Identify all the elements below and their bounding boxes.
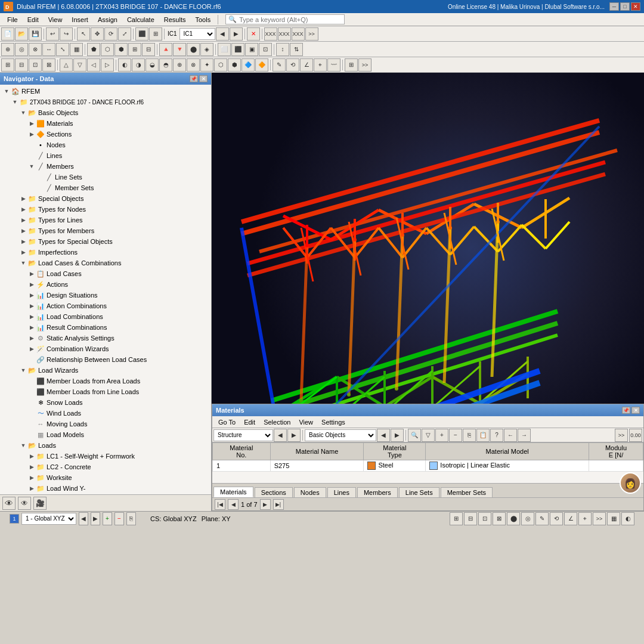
status-tb-5[interactable]: ⬤ [507, 512, 520, 525]
status-tb-12[interactable]: ◐ [621, 512, 634, 525]
page-first-button[interactable]: |◀ [215, 499, 225, 510]
worksite-item[interactable]: ▶ 📁 Worksite [0, 472, 211, 483]
tb3-btn-22[interactable]: ∠ [300, 58, 313, 72]
bottom-del-btn[interactable]: − [114, 512, 124, 525]
mat-arrow-left[interactable]: ← [504, 429, 517, 442]
mat-goto-menu[interactable]: Go To [215, 418, 239, 426]
tb2-btn-2[interactable]: ◎ [15, 43, 28, 56]
result-combinations-item[interactable]: ▶ 📊 Result Combinations [0, 322, 211, 333]
mat-more-button[interactable]: >> [615, 429, 628, 442]
status-tb-2[interactable]: ⊟ [464, 512, 477, 525]
basic-next-button[interactable]: ▶ [391, 429, 404, 442]
tb2-btn-17[interactable]: ⬛ [231, 43, 244, 56]
page-next-button[interactable]: ▶ [260, 499, 271, 510]
sections-item[interactable]: ▶ 🔶 Sections [0, 129, 211, 140]
structure-filter[interactable]: Structure [213, 429, 273, 441]
tb2-btn-12[interactable]: 🔺 [159, 43, 172, 56]
scale-button[interactable]: ⤢ [118, 27, 131, 41]
tb3-btn-1[interactable]: ⊞ [1, 58, 14, 72]
member-sets-item[interactable]: ╱ Member Sets [0, 182, 211, 193]
tb2-btn-5[interactable]: ⤡ [56, 43, 69, 56]
menu-results[interactable]: Results [159, 15, 191, 24]
maximize-button[interactable]: □ [620, 2, 630, 11]
tb3-btn-24[interactable]: 〰 [327, 58, 340, 72]
tab-members[interactable]: Members [357, 487, 398, 497]
types-nodes-folder[interactable]: ▶ 📁 Types for Nodes [0, 204, 211, 215]
tb3-btn-20[interactable]: ✎ [273, 58, 286, 72]
prev-lc-button[interactable]: ◀ [216, 27, 229, 41]
status-tb-1[interactable]: ⊞ [450, 512, 463, 525]
tab-lines[interactable]: Lines [327, 487, 356, 497]
mat-val-button[interactable]: 0.00 [629, 429, 642, 442]
lc1-item[interactable]: ▶ 📁 LC1 - Self-Weight + Formwork [0, 451, 211, 462]
tb3-btn-8[interactable]: ▷ [101, 58, 114, 72]
tab-materials[interactable]: Materials [213, 487, 253, 497]
status-tb-grid[interactable]: ▦ [607, 512, 620, 525]
bottom-indicator-button[interactable]: 1 [10, 514, 19, 524]
view-top-button[interactable]: ⊞ [149, 27, 162, 41]
table-row[interactable]: 1 S275 Steel Isotropic | Linear Elastic [213, 460, 643, 472]
tab-member-sets[interactable]: Member Sets [441, 487, 493, 497]
members-item[interactable]: ▼ ╱ Members [0, 161, 211, 172]
tb3-btn-25[interactable]: ⊞ [345, 58, 358, 72]
load-models-item[interactable]: ▦ Load Models [0, 429, 211, 440]
status-tb-9[interactable]: ∠ [564, 512, 577, 525]
nav-eye-alt-button[interactable]: 👁 [18, 497, 31, 510]
view-3d-button[interactable]: ⬛ [135, 27, 148, 41]
status-tb-4[interactable]: ⊠ [493, 512, 506, 525]
mat-selection-menu[interactable]: Selection [260, 418, 294, 426]
mat-edit-menu[interactable]: Edit [240, 418, 259, 426]
tb3-btn-18[interactable]: 🔷 [242, 58, 255, 72]
tab-line-sets[interactable]: Line Sets [399, 487, 439, 497]
menu-edit[interactable]: Edit [23, 15, 44, 24]
menu-assign[interactable]: Assign [93, 15, 122, 24]
filter-next-button[interactable]: ▶ [287, 429, 301, 442]
redo-button[interactable]: ↪ [60, 27, 73, 41]
move-button[interactable]: ✥ [91, 27, 104, 41]
mat-delete-button[interactable]: − [449, 429, 462, 442]
tb2-btn-6[interactable]: ▦ [70, 43, 83, 56]
tb3-btn-12[interactable]: ◓ [159, 58, 172, 72]
more-button[interactable]: >> [305, 27, 318, 41]
load-wizards-folder[interactable]: ▼ 📂 Load Wizards [0, 365, 211, 376]
tb2-btn-11[interactable]: ⊟ [142, 43, 155, 56]
new-button[interactable]: 📄 [1, 27, 14, 41]
save-button[interactable]: 💾 [29, 27, 42, 41]
tb2-btn-8[interactable]: ⬡ [101, 43, 114, 56]
filter-prev-button[interactable]: ◀ [274, 429, 287, 442]
snow-loads-item[interactable]: ❄ Snow Loads [0, 397, 211, 408]
loads-folder[interactable]: ▼ 📂 Loads [0, 440, 211, 451]
imperfections-folder[interactable]: ▶ 📁 Imperfections [0, 247, 211, 258]
tb3-btn-21[interactable]: ⟲ [286, 58, 299, 72]
mat-add-button[interactable]: + [435, 429, 448, 442]
bottom-add-btn[interactable]: + [103, 512, 112, 525]
combination-wizards-item[interactable]: ▶ 🪄 Combination Wizards [0, 343, 211, 354]
mat-view-menu[interactable]: View [295, 418, 317, 426]
nav-pin-button[interactable]: 📌 [190, 75, 198, 82]
tb3-btn-13[interactable]: ⊕ [173, 58, 186, 72]
tb3-btn-4[interactable]: ⊠ [42, 58, 55, 72]
mat-copy-button[interactable]: ⎘ [463, 429, 476, 442]
tab-sections[interactable]: Sections [255, 487, 293, 497]
tb3-btn-11[interactable]: ◒ [145, 58, 159, 72]
tb2-btn-3[interactable]: ⊗ [29, 43, 42, 56]
file-item[interactable]: ▼ 📁 2TX043 BRIDGE 107 - DANCE FLOOR.rf6 [0, 97, 211, 107]
types-lines-folder[interactable]: ▶ 📁 Types for Lines [0, 215, 211, 225]
member-loads-area-item[interactable]: ⬛ Member Loads from Area Loads [0, 376, 211, 386]
page-prev-button[interactable]: ◀ [228, 499, 239, 510]
mat-help-button[interactable]: ? [490, 429, 503, 442]
tb2-btn-19[interactable]: ⊡ [259, 43, 272, 56]
tb3-btn-23[interactable]: ⌖ [314, 58, 327, 72]
tb3-btn-16[interactable]: ⬡ [214, 58, 227, 72]
menu-view[interactable]: View [44, 15, 67, 24]
basic-prev-button[interactable]: ◀ [377, 429, 390, 442]
tb3-btn-more[interactable]: >> [358, 58, 371, 72]
bottom-prev-btn[interactable]: ◀ [79, 512, 88, 525]
mat-arrow-right[interactable]: → [518, 429, 531, 442]
select-button[interactable]: ↖ [77, 27, 90, 41]
load-combinations-item[interactable]: ▶ 📊 Load Combinations [0, 311, 211, 322]
nodes-item[interactable]: • Nodes [0, 140, 211, 150]
basic-objects-folder[interactable]: ▼ 📂 Basic Objects [0, 107, 211, 118]
types-members-folder[interactable]: ▶ 📁 Types for Members [0, 225, 211, 236]
status-tb-7[interactable]: ✎ [535, 512, 549, 525]
